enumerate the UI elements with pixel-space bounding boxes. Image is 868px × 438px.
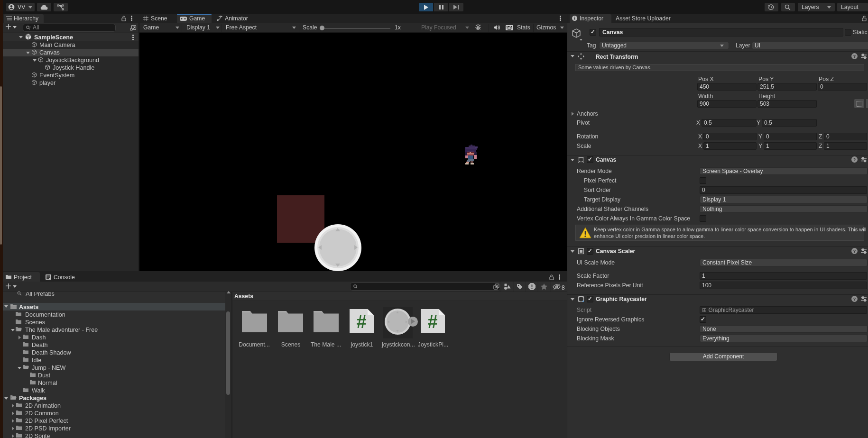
svg-text:#: #: [356, 312, 366, 332]
svg-text:?: ?: [853, 54, 856, 59]
svg-text:#: #: [427, 312, 437, 332]
svg-text:?: ?: [853, 249, 856, 254]
svg-text:?: ?: [853, 157, 856, 162]
svg-text:?: ?: [853, 297, 856, 301]
